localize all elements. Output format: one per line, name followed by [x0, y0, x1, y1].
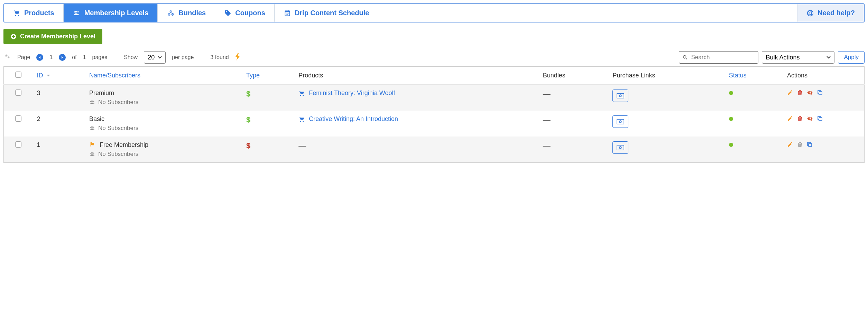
- edit-action-icon[interactable]: [787, 141, 793, 149]
- select-all-checkbox[interactable]: [15, 72, 21, 78]
- boxes-icon: [167, 10, 175, 17]
- row-checkbox[interactable]: [15, 115, 21, 122]
- membership-name[interactable]: Free Membership: [100, 141, 148, 149]
- product-link[interactable]: Feminist Theory: Virginia Woolf: [298, 90, 534, 97]
- tab-need-help[interactable]: Need help?: [797, 4, 864, 22]
- calendar-icon: [284, 10, 291, 17]
- header-type[interactable]: Type: [242, 67, 294, 85]
- header-bundles: Bundles: [539, 67, 609, 85]
- bundles-cell: —: [543, 141, 551, 150]
- tab-label: Membership Levels: [84, 9, 149, 17]
- membership-name[interactable]: Basic: [89, 115, 104, 123]
- svg-point-10: [93, 101, 94, 102]
- create-membership-level-button[interactable]: Create Membership Level: [3, 29, 102, 44]
- tab-label: Need help?: [818, 9, 855, 17]
- row-id: 1: [33, 137, 85, 163]
- bolt-icon[interactable]: [235, 53, 240, 62]
- table-row: 1Free MembershipNo Subscribers$——: [4, 137, 865, 163]
- pages-label: pages: [92, 54, 108, 60]
- purchase-link-button[interactable]: [612, 90, 628, 102]
- prev-page-button[interactable]: [36, 54, 43, 61]
- button-label: Create Membership Level: [20, 33, 95, 40]
- per-page-label: per page: [172, 54, 194, 60]
- svg-point-9: [91, 101, 93, 102]
- search-wrapper: [679, 51, 758, 64]
- edit-action-icon[interactable]: [787, 115, 793, 123]
- row-checkbox[interactable]: [15, 90, 21, 96]
- main-tabs: Products Membership Levels Bundles Coupo…: [3, 3, 865, 22]
- svg-point-13: [619, 95, 621, 97]
- svg-rect-14: [819, 92, 822, 95]
- tab-label: Drip Content Schedule: [295, 9, 369, 17]
- product-link[interactable]: Creative Writing: An Introduction: [298, 115, 534, 123]
- table-row: 3PremiumNo Subscribers$Feminist Theory: …: [4, 85, 865, 111]
- svg-point-25: [619, 147, 621, 149]
- svg-point-22: [93, 152, 94, 153]
- edit-action-icon[interactable]: [787, 90, 793, 97]
- apply-button[interactable]: Apply: [838, 51, 865, 64]
- purchase-link-button[interactable]: [612, 115, 628, 128]
- type-dollar-icon: $: [246, 141, 250, 150]
- svg-point-21: [91, 152, 93, 154]
- row-id: 2: [33, 111, 85, 137]
- tab-coupons[interactable]: Coupons: [215, 4, 275, 22]
- tab-label: Coupons: [235, 9, 265, 17]
- svg-rect-20: [819, 118, 822, 121]
- svg-point-1: [77, 11, 79, 12]
- bulk-actions-select[interactable]: Bulk Actions: [762, 51, 834, 64]
- copy-action-icon[interactable]: [817, 90, 823, 97]
- bundles-cell: —: [543, 90, 551, 98]
- header-products: Products: [294, 67, 538, 85]
- svg-point-0: [75, 11, 77, 12]
- copy-action-icon[interactable]: [817, 115, 823, 123]
- hide-action-icon[interactable]: [806, 115, 813, 123]
- type-dollar-icon: $: [246, 90, 250, 98]
- sort-desc-icon: [46, 72, 50, 79]
- current-page: 1: [49, 54, 53, 60]
- search-icon: [682, 55, 688, 60]
- tab-drip-content[interactable]: Drip Content Schedule: [275, 4, 379, 22]
- copy-action-icon[interactable]: [806, 141, 813, 149]
- header-purchase-links: Purchase Links: [608, 67, 724, 85]
- delete-action-icon[interactable]: [797, 90, 803, 97]
- table-toolbar: Page 1 of 1 pages Show 20 per page 3 fou…: [3, 51, 865, 64]
- bundles-cell: —: [543, 115, 551, 124]
- svg-point-15: [91, 126, 93, 128]
- tab-membership-levels[interactable]: Membership Levels: [64, 4, 158, 22]
- delete-action-icon[interactable]: [797, 141, 803, 149]
- of-label: of: [72, 54, 76, 60]
- header-actions: Actions: [783, 67, 865, 85]
- per-page-select[interactable]: 20: [144, 51, 166, 64]
- svg-point-4: [809, 12, 812, 14]
- svg-rect-12: [617, 93, 624, 98]
- search-input[interactable]: [679, 51, 758, 64]
- header-status[interactable]: Status: [725, 67, 783, 85]
- type-dollar-icon: $: [246, 115, 250, 124]
- svg-point-8: [683, 56, 686, 58]
- empty-dash: —: [298, 141, 306, 150]
- tab-bundles[interactable]: Bundles: [158, 4, 215, 22]
- subscriber-count: No Subscribers: [89, 151, 238, 158]
- subscriber-count: No Subscribers: [89, 125, 238, 132]
- hide-action-icon[interactable]: [806, 90, 813, 97]
- purchase-link-button[interactable]: [612, 141, 628, 154]
- row-checkbox[interactable]: [15, 141, 21, 148]
- tab-products[interactable]: Products: [4, 4, 64, 22]
- membership-name[interactable]: Premium: [89, 90, 114, 97]
- subscriber-count: No Subscribers: [89, 99, 238, 106]
- page-label: Page: [17, 54, 30, 60]
- show-label: Show: [124, 54, 138, 60]
- delete-action-icon[interactable]: [797, 115, 803, 123]
- table-row: 2BasicNo Subscribers$Creative Writing: A…: [4, 111, 865, 137]
- plus-circle-icon: [10, 34, 17, 40]
- header-id[interactable]: ID: [33, 67, 85, 85]
- tab-spacer: [378, 4, 797, 22]
- settings-gears-icon[interactable]: [3, 54, 11, 61]
- svg-point-16: [93, 126, 94, 128]
- svg-point-2: [74, 11, 75, 12]
- header-name[interactable]: Name/Subscribers: [85, 67, 242, 85]
- lifebuoy-icon: [806, 9, 814, 17]
- status-active-icon: [729, 117, 733, 121]
- next-page-button[interactable]: [59, 54, 66, 61]
- flag-icon: [89, 141, 95, 149]
